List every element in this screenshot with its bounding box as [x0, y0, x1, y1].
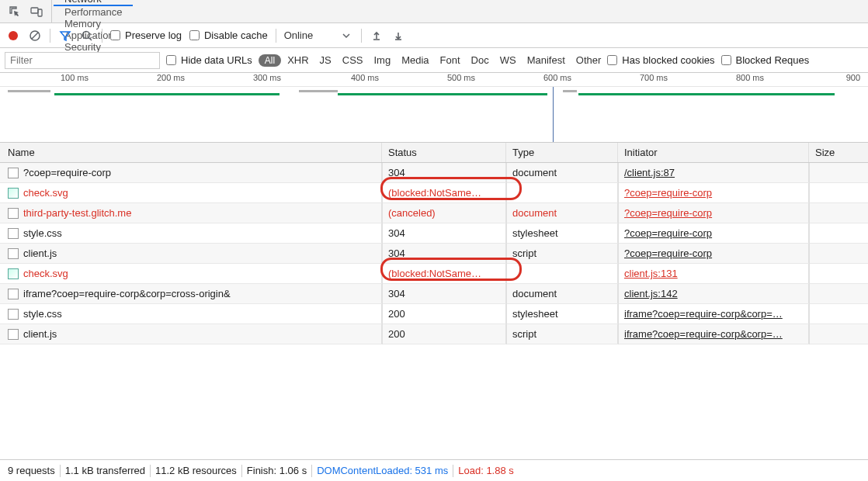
table-row[interactable]: third-party-test.glitch.me(canceled)docu…	[0, 203, 868, 223]
network-table: Name Status Type Initiator Size ?coep=re…	[0, 143, 868, 459]
filter-type-xhr[interactable]: XHR	[287, 54, 308, 66]
file-icon	[8, 168, 19, 178]
request-type: document	[506, 163, 618, 182]
throttling-select[interactable]: Online	[284, 29, 354, 41]
col-type[interactable]: Type	[506, 143, 618, 162]
status-requests: 9 requests	[8, 465, 55, 476]
svg-rect-1	[38, 9, 42, 16]
table-row[interactable]: ?coep=require-corp304document/client.js:…	[0, 163, 868, 183]
request-initiator[interactable]: client.js:142	[618, 284, 809, 303]
devtools-tabs: ElementsConsoleSourcesNetworkPerformance…	[0, 0, 868, 23]
timeline-tick: 800 ms	[736, 73, 766, 82]
filter-type-font[interactable]: Font	[440, 54, 460, 66]
filter-type-doc[interactable]: Doc	[471, 54, 489, 66]
request-name: check.svg	[23, 268, 68, 279]
inspect-icon[interactable]	[8, 5, 22, 19]
disable-cache-checkbox[interactable]: Disable cache	[189, 29, 268, 41]
file-icon	[8, 309, 19, 320]
file-icon	[8, 289, 19, 299]
filter-types: XHRJSCSSImgMediaFontDocWSManifestOther	[287, 54, 601, 66]
record-button[interactable]	[6, 29, 20, 43]
status-resources: 11.2 kB resources	[155, 465, 237, 476]
upload-har-icon[interactable]	[370, 29, 384, 43]
timeline-tick: 600 ms	[543, 73, 573, 82]
timeline-tick: 300 ms	[253, 73, 283, 82]
request-name: check.svg	[23, 187, 68, 199]
request-name: ?coep=require-corp	[23, 167, 111, 178]
hide-data-urls-checkbox[interactable]: Hide data URLs	[166, 54, 252, 66]
col-status[interactable]: Status	[382, 143, 506, 162]
filter-icon[interactable]	[58, 29, 72, 43]
tab-network[interactable]: Network	[54, 0, 133, 6]
table-row[interactable]: check.svg(blocked:NotSame…?coep=require-…	[0, 183, 868, 203]
request-initiator[interactable]: iframe?coep=require-corp&corp=…	[618, 324, 809, 344]
status-load: Load: 1.88 s	[458, 465, 514, 476]
tab-performance[interactable]: Performance	[54, 6, 133, 18]
request-name: client.js	[23, 247, 57, 259]
request-type	[506, 264, 618, 283]
filter-all-pill[interactable]: All	[259, 54, 281, 67]
request-type: script	[506, 324, 618, 344]
table-row[interactable]: client.js304script?coep=require-corp	[0, 244, 868, 264]
table-header[interactable]: Name Status Type Initiator Size	[0, 143, 868, 163]
status-transferred: 1.1 kB transferred	[65, 465, 145, 476]
request-status: 200	[382, 324, 506, 344]
request-initiator[interactable]: /client.js:87	[618, 163, 809, 182]
filter-type-media[interactable]: Media	[401, 54, 429, 66]
file-icon	[8, 228, 19, 239]
network-timeline[interactable]: 100 ms200 ms300 ms400 ms500 ms600 ms700 …	[0, 73, 868, 143]
has-blocked-cookies-checkbox[interactable]: Has blocked cookies	[607, 54, 714, 66]
request-status: (canceled)	[382, 203, 506, 223]
filter-type-manifest[interactable]: Manifest	[527, 54, 565, 66]
table-row[interactable]: style.css304stylesheet?coep=require-corp	[0, 223, 868, 244]
request-type: stylesheet	[506, 223, 618, 243]
filter-type-ws[interactable]: WS	[500, 54, 516, 66]
request-initiator[interactable]: iframe?coep=require-corp&corp=…	[618, 304, 809, 324]
blocked-requests-checkbox[interactable]: Blocked Reques	[721, 54, 810, 66]
status-finish: Finish: 1.06 s	[247, 465, 307, 476]
request-status: 304	[382, 223, 506, 243]
device-toggle-icon[interactable]	[30, 5, 43, 19]
request-initiator[interactable]: client.js:131	[618, 264, 809, 283]
tab-icon-group	[3, 0, 52, 22]
request-status: 304	[382, 244, 506, 263]
preserve-log-checkbox[interactable]: Preserve log	[110, 29, 182, 41]
filter-type-img[interactable]: Img	[373, 54, 391, 66]
request-name: third-party-test.glitch.me	[23, 207, 131, 219]
request-status: 304	[382, 284, 506, 303]
table-row[interactable]: style.css200stylesheetiframe?coep=requir…	[0, 304, 868, 324]
request-type: stylesheet	[506, 304, 618, 324]
file-icon	[8, 268, 19, 279]
request-status: (blocked:NotSame…	[382, 183, 506, 202]
request-name: iframe?coep=require-corp&corp=cross-orig…	[23, 288, 231, 299]
filter-type-css[interactable]: CSS	[342, 54, 363, 66]
col-initiator[interactable]: Initiator	[618, 143, 809, 162]
col-name[interactable]: Name	[0, 143, 382, 162]
table-row[interactable]: client.js200scriptiframe?coep=require-co…	[0, 324, 868, 344]
file-icon	[8, 329, 19, 340]
request-initiator[interactable]: ?coep=require-corp	[618, 244, 809, 263]
timeline-tick: 100 ms	[61, 73, 90, 82]
search-icon[interactable]	[80, 29, 94, 43]
request-type: document	[506, 203, 618, 223]
request-initiator[interactable]: ?coep=require-corp	[618, 183, 809, 202]
svg-line-5	[89, 38, 92, 40]
chevron-down-icon	[342, 32, 350, 40]
col-size[interactable]: Size	[809, 147, 868, 158]
clear-icon[interactable]	[28, 29, 42, 43]
file-icon	[8, 208, 19, 219]
timeline-tick: 900	[846, 73, 862, 82]
timeline-tick: 200 ms	[157, 73, 186, 82]
filter-input[interactable]	[5, 52, 160, 69]
filter-type-js[interactable]: JS	[320, 54, 332, 66]
file-icon	[8, 248, 19, 259]
download-har-icon[interactable]	[391, 29, 405, 43]
table-row[interactable]: check.svg(blocked:NotSame…client.js:131	[0, 264, 868, 284]
table-row[interactable]: iframe?coep=require-corp&corp=cross-orig…	[0, 284, 868, 304]
request-initiator[interactable]: ?coep=require-corp	[618, 223, 809, 243]
file-icon	[8, 188, 19, 199]
filter-type-other[interactable]: Other	[576, 54, 602, 66]
request-initiator[interactable]: ?coep=require-corp	[618, 203, 809, 223]
timeline-tick: 700 ms	[640, 73, 669, 82]
request-name: style.css	[23, 227, 62, 239]
